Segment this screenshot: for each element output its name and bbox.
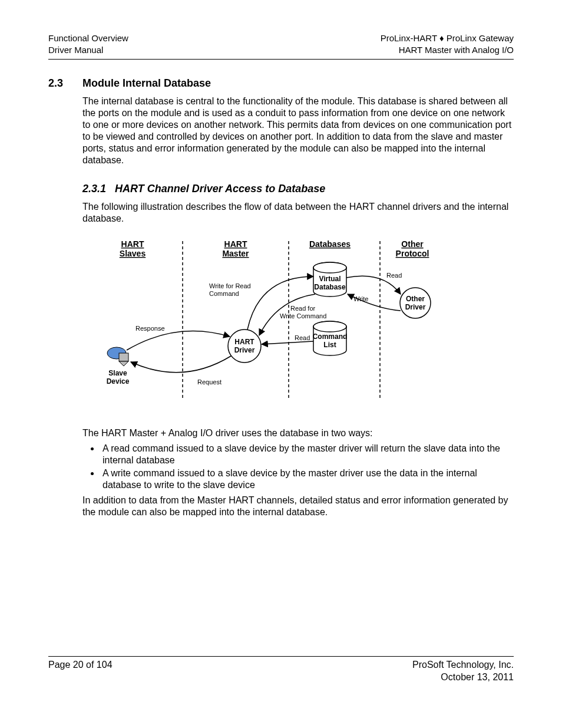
footer-page-number: Page 20 of 104 [48, 659, 113, 684]
col-hart-master-top: HART [224, 239, 247, 249]
subsection-heading: 2.3.1 HART Channel Driver Access to Data… [82, 183, 514, 195]
section-number: 2.3 [48, 77, 82, 90]
command-list-cylinder: Command List [313, 321, 348, 355]
label-read-to-other: Read [386, 272, 402, 279]
after-diagram-para1: The HART Master + Analog I/O driver uses… [82, 427, 514, 439]
footer-company: ProSoft Technology, Inc. [412, 659, 514, 671]
svg-text:Virtual: Virtual [319, 275, 340, 283]
col-hart-slaves-top: HART [121, 239, 144, 249]
svg-point-4 [313, 262, 346, 273]
header-rule [48, 59, 514, 60]
col-databases: Databases [309, 239, 351, 249]
other-driver-node: Other Driver [400, 288, 431, 318]
col-other-protocol-top: Other [401, 239, 424, 249]
header-right-bottom: HART Master with Analog I/O [381, 44, 514, 56]
slave-device-icon: Slave Device [107, 347, 130, 386]
label-write-for-read-top: Write for Read [209, 282, 251, 289]
svg-text:Other: Other [406, 295, 425, 303]
label-read-command-list: Read [295, 334, 310, 341]
label-response: Response [135, 325, 165, 332]
col-other-protocol-bot: Protocol [396, 249, 429, 258]
svg-text:Device: Device [107, 377, 130, 386]
svg-text:HART: HART [234, 338, 254, 346]
virtual-database-cylinder: Virtual Database [313, 262, 346, 297]
hart-driver-node: HART Driver [228, 330, 261, 363]
header-left-bottom: Driver Manual [48, 44, 128, 56]
label-write-from-other: Write [353, 295, 368, 302]
bullet-1: A read command issued to a slave device … [100, 443, 514, 466]
subsection-paragraph: The following illustration describes the… [82, 201, 514, 225]
svg-text:Database: Database [314, 283, 346, 291]
svg-text:Slave: Slave [108, 369, 127, 377]
header-right-top: ProLinx-HART ♦ ProLinx Gateway [381, 32, 514, 44]
label-request: Request [197, 378, 222, 386]
svg-text:Command: Command [313, 332, 348, 341]
label-read-for-write-bot: Write Command [280, 312, 326, 319]
flow-diagram: HART Slaves HART Master Databases Other … [82, 235, 514, 409]
subsection-number: 2.3.1 [82, 183, 106, 195]
col-hart-slaves-bot: Slaves [120, 249, 146, 258]
footer-date: October 13, 2011 [412, 671, 514, 684]
section-paragraph: The internal database is central to the … [82, 95, 514, 166]
label-write-for-read-bot: Command [209, 290, 239, 297]
svg-text:Driver: Driver [234, 346, 255, 354]
subsection-title: HART Channel Driver Access to Database [115, 183, 325, 195]
label-read-for-write-top: Read for [290, 305, 316, 312]
svg-text:Driver: Driver [405, 303, 426, 311]
col-hart-master-bot: Master [222, 249, 249, 258]
page-footer: Page 20 of 104 ProSoft Technology, Inc. … [48, 656, 514, 684]
svg-rect-18 [119, 353, 128, 361]
svg-text:List: List [323, 341, 336, 349]
bullet-list: A read command issued to a slave device … [82, 443, 514, 491]
bullet-2: A write command issued to a slave device… [100, 467, 514, 491]
after-diagram-para2: In addition to data from the Master HART… [82, 495, 514, 518]
svg-marker-19 [119, 361, 128, 366]
header-left-top: Functional Overview [48, 32, 128, 44]
section-title: Module Internal Database [82, 77, 211, 90]
svg-point-8 [313, 321, 346, 332]
page-header: Functional Overview Driver Manual ProLin… [48, 32, 514, 57]
